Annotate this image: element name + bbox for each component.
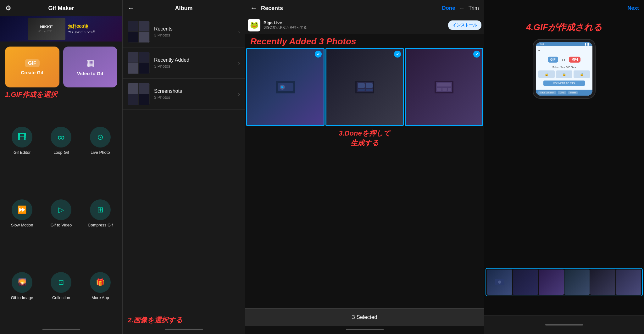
result-bottom-bar	[484, 315, 644, 334]
banner-sub-text: ガチャのチャンス!!	[68, 30, 95, 34]
live-photo-label: Live Photo	[91, 150, 110, 155]
album-count-recents: 3 Photos	[154, 33, 234, 37]
tool-slow-motion[interactable]: ⏩ Slow Motion	[3, 177, 42, 250]
svg-rect-9	[366, 89, 373, 91]
svg-point-17	[498, 281, 501, 284]
phone-lock-1: 🔒	[538, 70, 555, 78]
next-button[interactable]: Next	[627, 5, 639, 11]
gear-icon[interactable]: ⚙	[5, 4, 11, 12]
back-icon[interactable]: ←	[128, 4, 135, 12]
tool-more-app[interactable]: 🎁 More App	[81, 250, 120, 322]
album-item-screenshots[interactable]: Screenshots 3 Photos ›	[123, 79, 245, 110]
collection-label: Collection	[52, 295, 70, 300]
select-badge-2: ✓	[394, 51, 401, 58]
selection-bar: 3 Selected	[245, 308, 484, 326]
photo-cell-2[interactable]: ✓	[325, 48, 404, 126]
banner-image: NIKKE ゲームバナー	[28, 18, 65, 40]
album-info-recents: Recents 3 Photos	[154, 26, 234, 37]
tool-gif-editor[interactable]: 🎞 Gif Editor	[3, 104, 42, 177]
phone-mp4-label: MP4	[569, 57, 580, 63]
phone-footer-btn-3: Install	[568, 91, 578, 94]
phone-footer-btn-2: GPS	[558, 91, 566, 94]
compress-gif-icon: ⊞	[90, 199, 111, 220]
photo-2-content	[326, 49, 403, 125]
gif-editor-label: Gif Editor	[14, 150, 31, 155]
album-item-recents[interactable]: Recents 3 Photos ›	[123, 16, 245, 47]
install-button[interactable]: インストール	[448, 20, 481, 30]
chevron-right-icon: ›	[238, 29, 240, 35]
phone-lock-grid: 🔒 🔒 🔒	[538, 69, 590, 79]
album-name-recents: Recents	[154, 26, 234, 32]
tool-live-photo[interactable]: ⊙ Live Photo	[81, 104, 120, 177]
gif-editor-icon: 🎞	[12, 127, 32, 148]
trim-button[interactable]: Trim	[469, 5, 479, 11]
recents-panel: ← Recents Done ← Trim 🐸 Bigo Live BIGO友が…	[245, 0, 484, 334]
phone-lock-3: 🔒	[574, 70, 590, 78]
album-item-recently-added[interactable]: Recently Added 3 Photos ›	[123, 47, 245, 79]
album-home-indicator	[165, 329, 203, 330]
collection-icon: ⊡	[51, 272, 71, 293]
phone-status-bar: 15:03 ▌▌▌	[536, 42, 592, 46]
phone-nav: ≡	[538, 49, 590, 52]
gifmaker-header: ⚙ Gif Maker	[0, 0, 122, 16]
select-badge-3: ✓	[473, 51, 480, 58]
photo-3-content	[406, 49, 482, 125]
gifmaker-title: Gif Maker	[48, 5, 74, 12]
phone-arrow-icon: ››	[562, 57, 565, 63]
tool-compress-gif[interactable]: ⊞ Compress Gif	[81, 177, 120, 250]
loop-gif-label: Loop Gif	[53, 150, 69, 155]
tool-collection[interactable]: ⊡ Collection	[42, 250, 80, 322]
result-header: Next	[484, 0, 644, 16]
gif-to-video-icon: ▷	[51, 199, 71, 220]
album-thumb-screenshots	[128, 83, 150, 105]
album-count-screenshots: 3 Photos	[154, 95, 234, 100]
album-panel: ← Album Recents 3 Photos ›	[123, 0, 245, 334]
gif-to-image-icon: 🌄	[12, 272, 32, 293]
live-photo-icon: ⊙	[90, 127, 111, 148]
album-thumb-recents	[128, 21, 150, 43]
thumb-4	[564, 270, 590, 295]
album-name-screenshots: Screenshots	[154, 88, 234, 94]
tool-gif-to-image[interactable]: 🌄 Gif to Image	[3, 250, 42, 322]
video-to-gif-label: Video to Gif	[77, 71, 103, 76]
home-indicator	[42, 329, 80, 330]
album-name-recently-added: Recently Added	[154, 57, 234, 63]
video-to-gif-button[interactable]: ▦ Video to Gif	[63, 47, 118, 87]
album-info-screenshots: Screenshots 3 Photos	[154, 88, 234, 100]
tool-loop-gif[interactable]: ∞ Loop Gif	[42, 104, 80, 177]
recents-back-button[interactable]: ←	[250, 4, 257, 12]
phone-signal: ▌▌▌	[585, 43, 590, 45]
thumb-1	[487, 270, 512, 295]
phone-convert-button: CONVERT TO MP4	[543, 81, 585, 86]
ad-info: Bigo Live BIGO友があなたを待ってる	[264, 20, 445, 30]
photo-1-content	[247, 49, 324, 125]
svg-rect-14	[442, 88, 447, 91]
svg-rect-15	[448, 88, 451, 91]
svg-rect-8	[358, 89, 365, 91]
done-button[interactable]: Done	[442, 5, 455, 11]
result-panel: Next 4.GIFが作成される 15:03 ▌▌▌ ≡	[484, 0, 644, 334]
thumb-6	[616, 270, 641, 295]
photo-cell-1[interactable]: ✓	[246, 48, 325, 126]
create-gif-button[interactable]: GIF Create Gif	[5, 47, 59, 87]
phone-lock-2: 🔒	[556, 70, 572, 78]
photos-grid: ✓ ✓	[245, 48, 484, 126]
result-home-indicator	[545, 324, 583, 326]
gif-to-video-label: Gif to Video	[51, 223, 72, 227]
phone-screen: 15:03 ▌▌▌ ≡ GIF ›› MP4 Selec	[536, 42, 592, 96]
phone-time: 15:03	[538, 43, 544, 45]
select-badge-1: ✓	[315, 51, 322, 58]
recents-title: Recents	[261, 5, 438, 12]
album-title: Album	[175, 5, 193, 12]
phone-footer: Save Location GPS Install	[536, 90, 592, 96]
phone-content-area: ≡ GIF ›› MP4 Select Your GIF Files 🔒 🔒	[536, 46, 592, 90]
instruction-1: 1.GIF作成を選択	[0, 87, 122, 101]
more-app-icon: 🎁	[90, 272, 111, 293]
video-icon: ▦	[86, 58, 94, 68]
banner-area: NIKKE ゲームバナー 無料200連 ガチャのチャンス!!	[0, 16, 122, 42]
result-content: 4.GIFが作成される 15:03 ▌▌▌ ≡ GIF	[484, 16, 644, 315]
tool-gif-to-video[interactable]: ▷ Gif to Video	[42, 177, 80, 250]
album-header: ← Album	[123, 0, 245, 16]
photo-cell-3[interactable]: ✓	[405, 48, 483, 126]
phone-mockup: 15:03 ▌▌▌ ≡ GIF ›› MP4 Selec	[533, 39, 596, 99]
